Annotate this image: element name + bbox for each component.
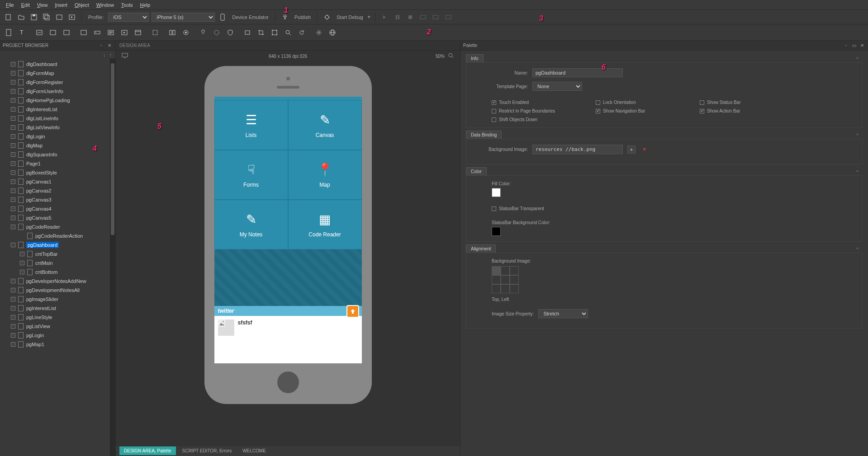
open-icon[interactable] xyxy=(16,12,26,22)
expander-icon[interactable]: + xyxy=(11,134,15,139)
minimize-icon[interactable]: ▫ xyxy=(98,43,104,48)
tree-item[interactable]: +dlgFormUserInfo xyxy=(0,87,110,96)
expander-icon[interactable]: − xyxy=(11,243,15,247)
scrollbar[interactable] xyxy=(110,59,115,456)
expander-icon[interactable]: + xyxy=(11,98,15,103)
pause-icon[interactable] xyxy=(393,12,403,22)
databinding-tab[interactable]: Data Binding xyxy=(466,131,502,139)
expander-icon[interactable]: + xyxy=(11,71,15,75)
add-image-button[interactable]: + xyxy=(627,146,636,154)
expander-icon[interactable]: + xyxy=(11,333,15,338)
expander-icon[interactable]: + xyxy=(11,225,15,229)
tree-item[interactable]: +cntBottom xyxy=(0,268,110,277)
menu-file[interactable]: File xyxy=(2,2,18,8)
tree-item[interactable]: +pgImageSlider xyxy=(0,295,110,304)
tool-icon-1[interactable] xyxy=(79,28,89,38)
template-select[interactable]: None xyxy=(532,82,582,91)
expander-icon[interactable]: + xyxy=(11,279,15,283)
start-debug-label[interactable]: Start Debug xyxy=(337,14,363,20)
expander-icon[interactable]: + xyxy=(11,297,15,301)
expander-icon[interactable]: + xyxy=(11,288,15,292)
textarea-icon[interactable] xyxy=(106,28,116,38)
expander-icon[interactable]: + xyxy=(11,152,15,157)
palette-min-icon[interactable]: ▫ xyxy=(843,43,849,48)
collapse-icon-3[interactable]: ⌃ xyxy=(855,169,859,175)
tree-item[interactable]: +pgCanvas5 xyxy=(0,213,110,222)
tree-item[interactable]: +pgCanvas1 xyxy=(0,177,110,186)
tree-item[interactable]: +pgBoxedStyle xyxy=(0,168,110,177)
toolbar-btn-c[interactable] xyxy=(443,12,453,22)
tree-item[interactable]: −pgDashboard xyxy=(0,240,110,249)
checkbox[interactable] xyxy=(596,109,600,113)
color-tab[interactable]: Color xyxy=(466,167,487,175)
collapse-icon[interactable]: ⌃ xyxy=(855,56,859,62)
info-tab[interactable]: Info xyxy=(466,54,484,62)
checkbox[interactable] xyxy=(492,109,496,113)
image-icon[interactable] xyxy=(34,28,44,38)
emulator-icon[interactable] xyxy=(218,12,228,22)
tree-item[interactable]: +Page1 xyxy=(0,159,110,168)
phone-home-button[interactable] xyxy=(277,371,299,393)
expander-icon[interactable]: + xyxy=(11,188,15,193)
palette-max-icon[interactable]: ▭ xyxy=(851,43,857,48)
menu-edit[interactable]: Edit xyxy=(18,2,33,8)
expander-icon[interactable]: + xyxy=(11,315,15,320)
expander-icon[interactable]: + xyxy=(11,89,15,94)
menu-help[interactable]: Help xyxy=(137,2,154,8)
expander-icon[interactable]: + xyxy=(11,161,15,166)
shield-icon[interactable] xyxy=(225,28,235,38)
close-icon[interactable]: ✕ xyxy=(106,43,113,48)
tree-item[interactable]: +dlgDashboard xyxy=(0,60,110,69)
bg-image-input[interactable] xyxy=(532,145,623,154)
tree-item[interactable]: +pgDevelopmentNotesAll xyxy=(0,286,110,295)
menu-view[interactable]: View xyxy=(33,2,52,8)
tree-item[interactable]: +pgCodeReader xyxy=(0,222,110,231)
checkbox[interactable] xyxy=(700,100,704,105)
expander-icon[interactable]: + xyxy=(11,143,15,148)
zoom-magnify-icon[interactable] xyxy=(447,52,455,60)
tree-item[interactable]: +dlgListViewInfo xyxy=(0,123,110,132)
remove-image-button[interactable]: ✕ xyxy=(640,146,648,154)
window-icon[interactable] xyxy=(133,28,143,38)
tree-item[interactable]: +dlgListLineInfo xyxy=(0,114,110,123)
tree-item[interactable]: +cntTopBar xyxy=(0,249,110,259)
tree-item[interactable]: +cntMain xyxy=(0,259,110,268)
tree-item[interactable]: +dlgLogin xyxy=(0,132,110,141)
bottom-tab[interactable]: SCRIPT EDITOR, Errors xyxy=(178,447,237,455)
tree-item[interactable]: pgCodeReaderAction xyxy=(0,231,110,240)
container-icon[interactable] xyxy=(62,28,71,38)
menu-window[interactable]: Window xyxy=(93,2,118,8)
radio-icon[interactable] xyxy=(181,28,191,38)
debug-dropdown-icon[interactable]: ▾ xyxy=(368,14,370,20)
menu-object[interactable]: Object xyxy=(71,2,93,8)
new-icon[interactable] xyxy=(4,12,14,22)
dashboard-tile[interactable]: ☰Lists xyxy=(214,100,288,150)
expander-icon[interactable]: + xyxy=(11,179,15,184)
palette-close-icon[interactable]: ✕ xyxy=(859,43,865,48)
project-tree[interactable]: +dlgDashboard+dlgFormMap+dlgFormRegister… xyxy=(0,59,110,456)
name-input[interactable] xyxy=(532,68,623,77)
device-emulator-label[interactable]: Device Emulator xyxy=(232,14,269,20)
dashboard-tile[interactable]: ✎Canvas xyxy=(288,100,362,150)
save-icon[interactable] xyxy=(29,12,39,22)
sort-down-icon[interactable]: ↓ xyxy=(103,52,106,57)
tree-item[interactable]: +pgMap1 xyxy=(0,340,110,349)
checkbox[interactable] xyxy=(700,109,704,113)
profile-select[interactable]: iOS xyxy=(108,13,149,22)
tree-item[interactable]: +dlgHomePgLoading xyxy=(0,96,110,105)
zoom-icon[interactable] xyxy=(283,28,293,38)
checkbox[interactable] xyxy=(492,100,496,105)
input-icon[interactable] xyxy=(92,28,102,38)
statusbar-bg-swatch[interactable] xyxy=(492,227,501,236)
expander-icon[interactable]: + xyxy=(11,216,15,220)
expander-icon[interactable]: + xyxy=(11,125,15,130)
collapse-icon-2[interactable]: ⌃ xyxy=(855,133,859,139)
gear-icon[interactable] xyxy=(314,28,324,38)
globe-icon[interactable] xyxy=(327,28,337,38)
expander-icon[interactable]: + xyxy=(20,270,24,274)
toolbar-btn-a[interactable] xyxy=(418,12,428,22)
tree-item[interactable]: +pgDeveloperNotesAddNew xyxy=(0,277,110,286)
image-size-select[interactable]: Stretch xyxy=(538,309,588,318)
expander-icon[interactable]: + xyxy=(20,252,24,256)
tree-item[interactable]: +dlgInterestList xyxy=(0,105,110,114)
